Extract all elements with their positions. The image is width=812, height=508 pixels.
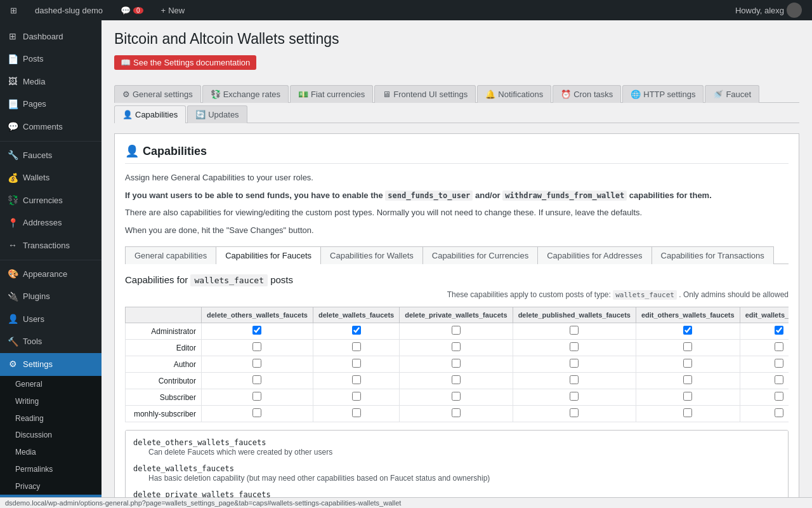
inner-tab-general-caps[interactable]: General capabilities xyxy=(125,246,216,264)
cap-checkbox[interactable] xyxy=(683,392,692,401)
adminbar-wp-logo[interactable]: ⊞ xyxy=(5,0,22,20)
tab-updates[interactable]: 🔄 Updates xyxy=(187,105,247,123)
cap-checkbox[interactable] xyxy=(252,392,261,401)
sidebar-item-media[interactable]: 🖼 Media xyxy=(0,70,102,93)
sidebar-item-faucets[interactable]: 🔧 Faucets xyxy=(0,144,102,167)
adminbar-new[interactable]: + New xyxy=(156,0,190,20)
cap-checkbox[interactable] xyxy=(352,375,361,384)
second-tab-bar: 👤 Capabilities 🔄 Updates xyxy=(114,105,799,123)
tab-frontend-ui[interactable]: 🖥 Frontend UI settings xyxy=(374,85,476,103)
inner-tab-label: Capabilities for Faucets xyxy=(225,251,311,260)
submenu-item-media[interactable]: Media xyxy=(0,444,102,461)
cap-checkbox[interactable] xyxy=(452,392,461,401)
cap-checkbox[interactable] xyxy=(570,359,579,368)
inner-tab-caps-wallets[interactable]: Capabilities for Wallets xyxy=(320,246,423,264)
sidebar-item-appearance[interactable]: 🎨 Appearance xyxy=(0,263,102,286)
cap-checkbox[interactable] xyxy=(775,392,783,401)
media-icon: 🖼 xyxy=(8,76,18,88)
sidebar-item-label: Users xyxy=(23,314,44,325)
cap-checkbox[interactable] xyxy=(252,342,261,351)
tab-faucet[interactable]: 🚿 Faucet xyxy=(705,85,759,103)
page-title: Bitcoin and Altcoin Wallets settings xyxy=(114,30,799,48)
tab-notifications[interactable]: 🔔 Notifications xyxy=(477,85,551,103)
new-label: New xyxy=(168,6,185,15)
tab-http-settings[interactable]: 🌐 HTTP settings xyxy=(622,85,704,103)
cap-checkbox[interactable] xyxy=(683,359,692,368)
cap-checkbox[interactable] xyxy=(252,359,261,368)
cap-checkbox[interactable] xyxy=(252,326,261,335)
inner-tab-caps-faucets[interactable]: Capabilities for Faucets xyxy=(216,246,321,264)
sidebar-item-settings[interactable]: ⚙ Settings xyxy=(0,353,102,376)
sidebar-item-posts[interactable]: 📄 Posts xyxy=(0,48,102,71)
sidebar-item-plugins[interactable]: 🔌 Plugins xyxy=(0,286,102,309)
sidebar-item-wallets[interactable]: 💰 Wallets xyxy=(0,167,102,190)
tab-exchange-rates[interactable]: 💱 Exchange rates xyxy=(202,85,289,103)
settings-doc-button[interactable]: 📖 See the Settings documentation xyxy=(114,55,256,70)
tab-cron-tasks[interactable]: ⏰ Cron tasks xyxy=(553,85,621,103)
cap-checkbox[interactable] xyxy=(452,408,461,417)
caps-table-wrapper: delete_others_wallets_faucets delete_wal… xyxy=(125,307,789,422)
cap-checkbox[interactable] xyxy=(775,342,783,351)
inner-tab-caps-transactions[interactable]: Capabilities for Transactions xyxy=(652,246,774,264)
book-icon: 📖 xyxy=(121,58,131,67)
cap-cell xyxy=(202,389,313,406)
posts-icon: 📄 xyxy=(8,53,18,66)
table-row: monhly-subscriber xyxy=(126,406,789,422)
cap-checkbox[interactable] xyxy=(570,326,579,335)
cap-desc-item: delete_others_wallets_faucetsCan delete … xyxy=(133,438,780,458)
cap-checkbox[interactable] xyxy=(452,359,461,368)
submenu-item-reading[interactable]: Reading xyxy=(0,410,102,427)
cap-checkbox[interactable] xyxy=(452,326,461,335)
avatar xyxy=(787,3,802,18)
inner-tab-caps-addresses[interactable]: Capabilities for Addresses xyxy=(537,246,652,264)
cap-desc-text: Can delete Faucets which were created by… xyxy=(133,447,780,458)
sidebar-item-addresses[interactable]: 📍 Addresses xyxy=(0,212,102,235)
adminbar-comments[interactable]: 💬 0 xyxy=(115,0,148,20)
cap-checkbox[interactable] xyxy=(452,375,461,384)
cap-checkbox[interactable] xyxy=(683,342,692,351)
cap-checkbox[interactable] xyxy=(352,408,361,417)
cap-checkbox[interactable] xyxy=(352,326,361,335)
cap-checkbox[interactable] xyxy=(775,408,783,417)
sidebar-item-transactions[interactable]: ↔ Transactions xyxy=(0,234,102,257)
cap-checkbox[interactable] xyxy=(683,326,692,335)
cap-checkbox[interactable] xyxy=(252,408,261,417)
cap-cell xyxy=(636,373,740,389)
sidebar-item-tools[interactable]: 🔨 Tools xyxy=(0,331,102,354)
sidebar-item-comments[interactable]: 💬 Comments xyxy=(0,116,102,138)
cap-checkbox[interactable] xyxy=(570,408,579,417)
submenu-item-discussion[interactable]: Discussion xyxy=(0,427,102,444)
tab-fiat-currencies[interactable]: 💵 Fiat currencies xyxy=(290,85,373,103)
tab-general-settings[interactable]: ⚙ General settings xyxy=(114,85,201,103)
settings-doc-label: See the Settings documentation xyxy=(133,58,250,67)
cap-checkbox[interactable] xyxy=(252,375,261,384)
cap-checkbox[interactable] xyxy=(452,342,461,351)
inner-tab-label: Capabilities for Wallets xyxy=(330,251,414,260)
cap-checkbox[interactable] xyxy=(352,359,361,368)
cap-checkbox[interactable] xyxy=(683,408,692,417)
submenu-item-privacy[interactable]: Privacy xyxy=(0,478,102,495)
cap-cell xyxy=(313,389,399,406)
submenu-item-permalinks[interactable]: Permalinks xyxy=(0,461,102,478)
submenu-item-writing[interactable]: Writing xyxy=(0,393,102,410)
sidebar-item-dashboard[interactable]: ⊞ Dashboard xyxy=(0,25,102,48)
cap-checkbox[interactable] xyxy=(775,359,783,368)
inner-tab-caps-currencies[interactable]: Capabilities for Currencies xyxy=(422,246,538,264)
sidebar-item-users[interactable]: 👤 Users xyxy=(0,308,102,331)
cap-checkbox[interactable] xyxy=(570,392,579,401)
cap-checkbox[interactable] xyxy=(352,392,361,401)
cap-checkbox[interactable] xyxy=(570,375,579,384)
cap-checkbox[interactable] xyxy=(570,342,579,351)
cap-cell xyxy=(202,340,313,356)
cap-checkbox[interactable] xyxy=(683,375,692,384)
cap-checkbox[interactable] xyxy=(775,326,783,335)
adminbar-site-name[interactable]: dashed-slug demo xyxy=(30,0,108,20)
adminbar-howdy[interactable]: Howdy, alexg xyxy=(730,0,807,20)
tab-label: Exchange rates xyxy=(223,90,280,99)
submenu-item-general[interactable]: General xyxy=(0,376,102,393)
sidebar-item-currencies[interactable]: 💱 Currencies xyxy=(0,189,102,212)
cap-checkbox[interactable] xyxy=(352,342,361,351)
cap-checkbox[interactable] xyxy=(775,375,783,384)
tab-capabilities[interactable]: 👤 Capabilities xyxy=(114,105,186,123)
sidebar-item-pages[interactable]: 📃 Pages xyxy=(0,93,102,116)
